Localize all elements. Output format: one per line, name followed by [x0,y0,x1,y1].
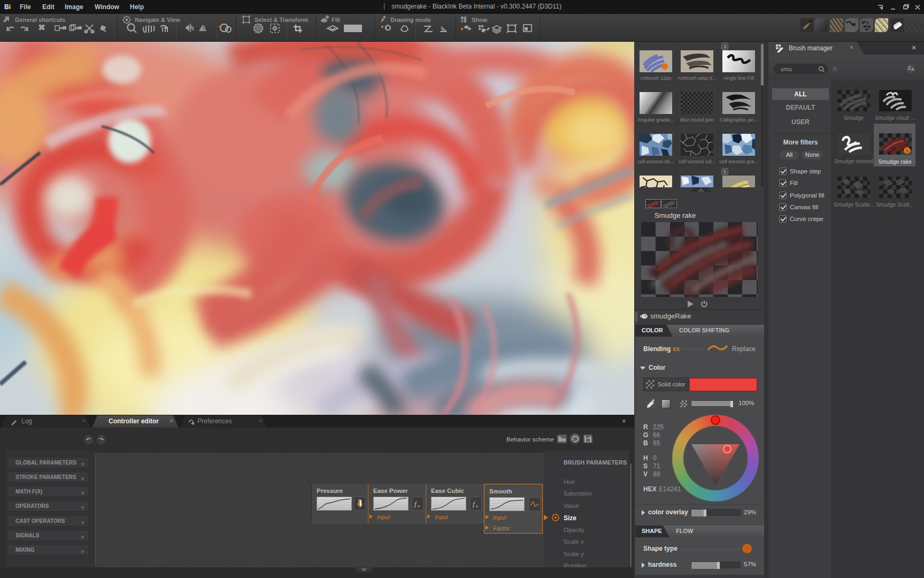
svg-text:x: x [417,503,420,508]
svg-text:x: x [475,503,478,508]
